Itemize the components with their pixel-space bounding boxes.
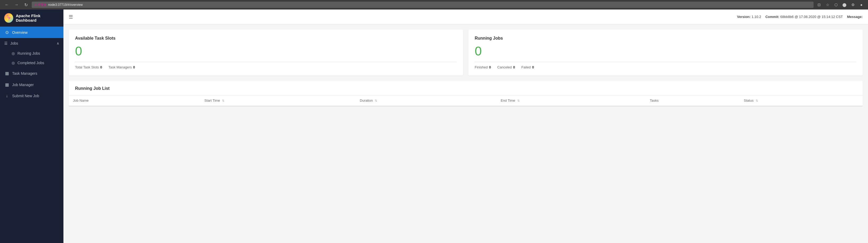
duration-sort-icon: ⇅: [375, 99, 377, 102]
extension-icon[interactable]: ⬡: [833, 1, 839, 8]
running-job-list-title: Running Job List: [69, 81, 863, 95]
task-slots-value: 0: [75, 45, 457, 58]
task-managers-icon: ▦: [4, 71, 9, 76]
sidebar-jobs-label: Jobs: [10, 41, 18, 45]
task-managers-stat: Task Managers 0: [108, 65, 135, 69]
sidebar-logo: 🦩 Apache Flink Dashboard: [0, 9, 63, 27]
running-jobs-stats: Finished 0 Canceled 0 Failed 0: [475, 65, 856, 69]
task-slots-title: Available Task Slots: [75, 36, 457, 41]
running-jobs-title: Running Jobs: [475, 36, 856, 41]
total-slots-label: Total Task Slots: [75, 65, 99, 69]
sidebar-item-job-manager[interactable]: ▦ Job Manager: [0, 79, 63, 90]
main-area: ☰ Version: 1.10.2 Commit: 68bb8b6 @ 17.0…: [63, 9, 868, 243]
sidebar-submit-job-label: Submit New Job: [12, 94, 39, 98]
submit-job-icon: ↓: [4, 94, 9, 98]
end-time-sort-icon: ⇅: [517, 99, 520, 102]
security-warning: ⚠ 不安全: [34, 3, 46, 7]
col-tasks-label: Tasks: [650, 99, 659, 102]
failed-stat: Failed 0: [522, 65, 534, 69]
sidebar-item-jobs[interactable]: ☰ Jobs ∧: [0, 38, 63, 48]
logo-icon: 🦩: [4, 13, 13, 23]
sidebar-item-running-jobs[interactable]: ◎ Running Jobs: [0, 48, 63, 58]
failed-label: Failed: [522, 65, 531, 69]
managers-value: 0: [133, 65, 135, 69]
col-status-label: Status: [744, 99, 753, 102]
overview-icon: ⊙: [4, 30, 9, 35]
col-status[interactable]: Status ⇅: [740, 95, 863, 106]
sidebar-completed-jobs-label: Completed Jobs: [18, 61, 44, 65]
finished-value: 0: [489, 65, 491, 69]
failed-value: 0: [532, 65, 534, 69]
chevron-up-icon: ∧: [57, 41, 59, 45]
main-content: Available Task Slots 0 Total Task Slots …: [63, 24, 868, 243]
table-header: Job Name Start Time ⇅ Duration ⇅: [69, 95, 863, 106]
sidebar-item-submit-job[interactable]: ↓ Submit New Job: [0, 90, 63, 101]
logo-text: Apache Flink Dashboard: [16, 13, 59, 23]
star-icon[interactable]: ☆: [824, 1, 831, 8]
completed-jobs-icon: ◎: [12, 61, 15, 65]
finished-stat: Finished 0: [475, 65, 491, 69]
hamburger-icon[interactable]: ☰: [69, 14, 73, 20]
job-manager-icon: ▦: [4, 82, 9, 87]
canceled-value: 0: [513, 65, 515, 69]
version-info: Version: 1.10.2: [737, 15, 761, 19]
address-bar[interactable]: ⚠ 不安全 node3:37719/#/overview: [32, 2, 813, 8]
running-jobs-value: 0: [475, 45, 856, 58]
running-jobs-card: Running Jobs 0 Finished 0 Canceled 0: [468, 30, 863, 75]
browser-toolbar: ⊡ ☆ ⬡ ⬤ ⚙ ●: [816, 1, 865, 8]
cards-row: Available Task Slots 0 Total Task Slots …: [69, 30, 863, 75]
profile-icon[interactable]: ⬤: [841, 1, 848, 8]
finished-label: Finished: [475, 65, 488, 69]
col-end-time[interactable]: End Time ⇅: [496, 95, 646, 106]
sidebar-job-manager-label: Job Manager: [12, 83, 34, 87]
browser-chrome: ← → ↻ ⚠ 不安全 node3:37719/#/overview ⊡ ☆ ⬡…: [0, 0, 868, 9]
managers-label: Task Managers: [108, 65, 132, 69]
sidebar-item-completed-jobs[interactable]: ◎ Completed Jobs: [0, 58, 63, 68]
running-job-table: Job Name Start Time ⇅ Duration ⇅: [69, 95, 863, 106]
sidebar: 🦩 Apache Flink Dashboard ⊙ Overview ☰ Jo…: [0, 9, 63, 243]
total-task-slots-stat: Total Task Slots 0: [75, 65, 102, 69]
back-button[interactable]: ←: [3, 1, 10, 8]
col-start-time[interactable]: Start Time ⇅: [200, 95, 355, 106]
canceled-stat: Canceled 0: [497, 65, 515, 69]
sidebar-item-task-managers[interactable]: ▦ Task Managers: [0, 68, 63, 79]
sidebar-running-jobs-label: Running Jobs: [18, 51, 40, 56]
col-job-name-label: Job Name: [73, 99, 89, 102]
cast-icon[interactable]: ⊡: [816, 1, 823, 8]
settings-icon[interactable]: ⚙: [849, 1, 856, 8]
col-duration-label: Duration: [360, 99, 373, 102]
table-header-row: Job Name Start Time ⇅ Duration ⇅: [69, 95, 863, 106]
top-bar: ☰ Version: 1.10.2 Commit: 68bb8b6 @ 17.0…: [63, 9, 868, 24]
running-jobs-icon: ◎: [12, 51, 15, 56]
content-body: Available Task Slots 0 Total Task Slots …: [63, 24, 868, 111]
start-time-sort-icon: ⇅: [222, 99, 224, 102]
app-container: 🦩 Apache Flink Dashboard ⊙ Overview ☰ Jo…: [0, 9, 868, 243]
forward-button[interactable]: →: [13, 1, 20, 8]
col-tasks: Tasks: [646, 95, 740, 106]
running-job-table-container: Job Name Start Time ⇅ Duration ⇅: [69, 95, 863, 106]
message-info: Message:: [847, 15, 863, 19]
task-slots-card: Available Task Slots 0 Total Task Slots …: [69, 30, 463, 75]
sidebar-item-overview-label: Overview: [12, 30, 28, 35]
avatar-icon[interactable]: ●: [858, 1, 865, 8]
sidebar-item-overview[interactable]: ⊙ Overview: [0, 27, 63, 38]
col-start-time-label: Start Time: [204, 99, 220, 102]
sidebar-task-managers-label: Task Managers: [12, 71, 37, 75]
col-job-name: Job Name: [69, 95, 200, 106]
commit-info: Commit: 68bb8b6 @ 17.08.2020 @ 15:14:12 …: [766, 15, 843, 19]
running-job-list-section: Running Job List Job Name Start Time: [69, 81, 863, 106]
canceled-label: Canceled: [497, 65, 512, 69]
jobs-icon: ☰: [4, 41, 8, 45]
task-slots-stats: Total Task Slots 0 Task Managers 0: [75, 65, 457, 69]
refresh-button[interactable]: ↻: [22, 1, 30, 8]
url-text: node3:37719/#/overview: [48, 3, 83, 7]
total-slots-value: 0: [100, 65, 102, 69]
col-end-time-label: End Time: [501, 99, 515, 102]
col-duration[interactable]: Duration ⇅: [355, 95, 496, 106]
status-sort-icon: ⇅: [756, 99, 758, 102]
